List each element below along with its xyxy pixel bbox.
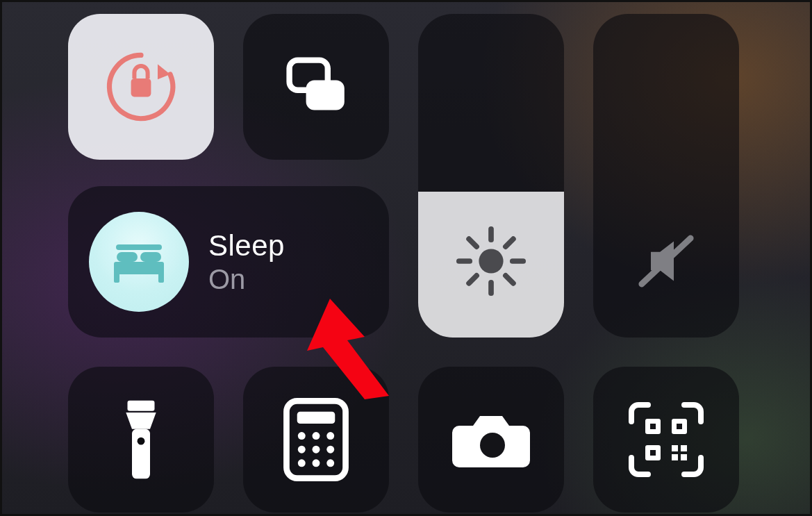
svg-rect-19 — [116, 244, 162, 250]
svg-point-27 — [326, 432, 334, 440]
brightness-icon — [453, 223, 529, 299]
svg-rect-1 — [131, 78, 151, 97]
rotation-lock-icon — [99, 45, 183, 128]
svg-point-22 — [138, 438, 145, 445]
svg-rect-16 — [158, 270, 164, 283]
svg-rect-18 — [140, 252, 161, 262]
svg-rect-42 — [650, 424, 656, 429]
svg-rect-43 — [677, 424, 682, 429]
calculator-tile[interactable] — [243, 367, 389, 513]
svg-rect-3 — [306, 80, 345, 110]
svg-point-25 — [298, 432, 306, 440]
svg-point-31 — [298, 459, 306, 467]
svg-rect-24 — [297, 412, 335, 424]
svg-line-11 — [506, 239, 513, 247]
svg-rect-20 — [128, 401, 155, 411]
focus-tile[interactable]: Sleep On — [68, 186, 389, 338]
svg-rect-38 — [672, 445, 678, 451]
svg-line-13 — [642, 238, 690, 284]
camera-tile[interactable] — [418, 367, 564, 513]
volume-mute-icon — [628, 223, 704, 299]
svg-point-33 — [326, 459, 334, 467]
rotation-lock-tile[interactable] — [68, 14, 214, 160]
svg-rect-15 — [114, 270, 119, 283]
calculator-icon — [281, 398, 351, 481]
focus-badge — [89, 212, 189, 312]
svg-rect-39 — [681, 445, 687, 451]
svg-point-29 — [313, 446, 320, 453]
svg-rect-17 — [117, 252, 138, 262]
flashlight-icon — [103, 394, 179, 485]
svg-rect-40 — [672, 454, 678, 460]
svg-rect-14 — [114, 262, 164, 274]
svg-rect-44 — [650, 450, 656, 456]
svg-rect-41 — [681, 454, 687, 460]
qr-code-icon — [624, 398, 708, 481]
svg-line-10 — [506, 276, 513, 283]
brightness-slider[interactable] — [418, 14, 564, 338]
bed-icon — [104, 227, 174, 297]
svg-line-9 — [469, 239, 477, 247]
svg-line-12 — [469, 276, 477, 283]
svg-point-4 — [479, 249, 503, 273]
svg-point-26 — [313, 432, 320, 440]
svg-marker-0 — [158, 65, 170, 80]
focus-text: Sleep On — [208, 229, 285, 295]
camera-icon — [449, 405, 533, 474]
svg-rect-21 — [132, 429, 150, 479]
svg-point-30 — [326, 446, 334, 453]
flashlight-tile[interactable] — [68, 367, 214, 513]
svg-point-34 — [480, 433, 505, 458]
screen-mirroring-icon — [274, 45, 358, 128]
svg-point-28 — [298, 446, 306, 453]
qr-scanner-tile[interactable] — [593, 367, 739, 513]
focus-title: Sleep — [208, 229, 285, 263]
screen-mirroring-tile[interactable] — [243, 14, 389, 160]
svg-point-32 — [313, 459, 320, 467]
focus-status: On — [208, 264, 285, 295]
volume-slider[interactable] — [593, 14, 739, 338]
